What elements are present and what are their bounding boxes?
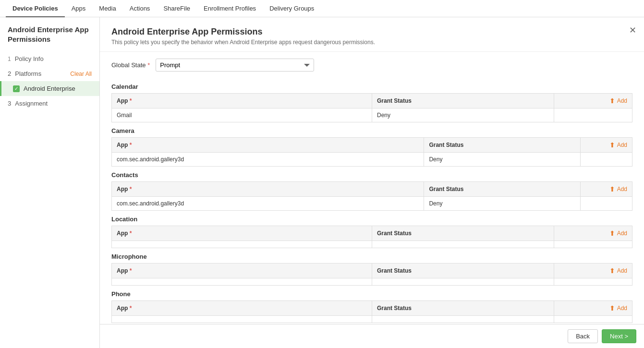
- calendar-table: App * Grant Status ⬆ Add Gmail Deny: [111, 93, 632, 122]
- phone-table: App * Grant Status ⬆ Add: [111, 300, 632, 323]
- add-icon: ⬆: [609, 185, 615, 193]
- camera-col-grant: Grant Status: [424, 138, 580, 153]
- android-enterprise-checkbox[interactable]: ✓: [13, 85, 20, 92]
- required-star: *: [147, 61, 150, 69]
- close-button[interactable]: ✕: [629, 25, 636, 36]
- sidebar-step-3[interactable]: 3 Assignment: [0, 96, 99, 111]
- add-icon: ⬆: [609, 304, 615, 312]
- sidebar-step-1[interactable]: 1 Policy Info: [0, 51, 99, 66]
- contacts-action-cell: [580, 197, 632, 211]
- microphone-col-app: App *: [112, 264, 372, 278]
- table-row: [112, 278, 632, 286]
- camera-col-add: ⬆ Add: [580, 138, 632, 153]
- calendar-add-button[interactable]: ⬆ Add: [609, 97, 627, 105]
- next-button[interactable]: Next >: [602, 329, 636, 343]
- location-add-button[interactable]: ⬆ Add: [609, 229, 627, 237]
- calendar-section-title: Calendar: [111, 83, 632, 90]
- phone-action-cell: [554, 316, 632, 323]
- sidebar: Android Enterprise App Permissions 1 Pol…: [0, 17, 100, 348]
- step-2-num: 2: [8, 70, 11, 77]
- contacts-add-button[interactable]: ⬆ Add: [609, 185, 627, 193]
- calendar-col-app: App *: [112, 94, 372, 108]
- camera-action-cell: [580, 153, 632, 167]
- camera-grant-cell: Deny: [424, 153, 580, 167]
- permission-sections: Calendar App * Grant Status ⬆ Add: [100, 83, 644, 348]
- table-row: Gmail Deny: [112, 108, 632, 122]
- microphone-section-title: Microphone: [111, 253, 632, 260]
- location-app-cell: [112, 241, 372, 248]
- clear-all-link[interactable]: Clear All: [70, 71, 92, 77]
- calendar-app-cell: Gmail: [112, 108, 372, 122]
- nav-enrollment-profiles[interactable]: Enrollment Profiles: [197, 0, 263, 17]
- phone-add-button[interactable]: ⬆ Add: [609, 304, 627, 312]
- add-icon: ⬆: [609, 267, 615, 275]
- table-row: [112, 241, 632, 248]
- android-enterprise-label: Android Enterprise: [24, 85, 75, 92]
- camera-app-cell: com.sec.android.gallery3d: [112, 153, 424, 167]
- global-state-row: Global State * Prompt Grant Deny: [100, 52, 644, 78]
- contacts-col-add: ⬆ Add: [580, 182, 632, 197]
- table-row: [112, 316, 632, 323]
- add-icon: ⬆: [609, 97, 615, 105]
- add-icon: ⬆: [609, 229, 615, 237]
- global-state-label: Global State *: [111, 61, 150, 69]
- phone-col-add: ⬆ Add: [554, 301, 632, 316]
- phone-col-app: App *: [112, 301, 372, 316]
- nav-media[interactable]: Media: [92, 0, 122, 17]
- microphone-add-button[interactable]: ⬆ Add: [609, 267, 627, 275]
- table-row: com.sec.android.gallery3d Deny: [112, 197, 632, 211]
- phone-col-grant: Grant Status: [372, 301, 554, 316]
- microphone-col-grant: Grant Status: [372, 264, 554, 278]
- microphone-col-add: ⬆ Add: [554, 264, 632, 278]
- camera-table: App * Grant Status ⬆ Add com.sec.android…: [111, 137, 632, 167]
- sidebar-title: Android Enterprise App Permissions: [0, 25, 99, 51]
- microphone-app-cell: [112, 278, 372, 286]
- contacts-table: App * Grant Status ⬆ Add com.sec.android…: [111, 181, 632, 211]
- nav-sharefile[interactable]: ShareFile: [157, 0, 197, 17]
- calendar-col-add: ⬆ Add: [554, 94, 632, 108]
- step-1-label: Policy Info: [15, 55, 44, 62]
- location-col-grant: Grant Status: [372, 226, 554, 241]
- phone-section-title: Phone: [111, 290, 632, 298]
- camera-section-title: Camera: [111, 127, 632, 134]
- step-1-num: 1: [8, 56, 11, 62]
- contacts-grant-cell: Deny: [424, 197, 580, 211]
- microphone-table: App * Grant Status ⬆ Add: [111, 263, 632, 286]
- nav-apps[interactable]: Apps: [65, 0, 93, 17]
- sidebar-step-2: 2 Platforms Clear All: [0, 66, 99, 81]
- main-layout: Android Enterprise App Permissions 1 Pol…: [0, 17, 644, 348]
- content-area: Android Enterprise App Permissions This …: [100, 17, 644, 348]
- location-table: App * Grant Status ⬆ Add: [111, 226, 632, 248]
- global-state-select[interactable]: Prompt Grant Deny: [156, 59, 314, 72]
- page-title: Android Enterprise App Permissions: [111, 27, 632, 37]
- camera-add-button[interactable]: ⬆ Add: [609, 141, 627, 149]
- step-3-num: 3: [8, 100, 11, 107]
- location-col-add: ⬆ Add: [554, 226, 632, 241]
- back-button[interactable]: Back: [568, 329, 598, 343]
- phone-app-cell: [112, 316, 372, 323]
- nav-device-policies[interactable]: Device Policies: [6, 0, 65, 17]
- location-grant-cell: [372, 241, 554, 248]
- table-row: com.sec.android.gallery3d Deny: [112, 153, 632, 167]
- contacts-app-cell: com.sec.android.gallery3d: [112, 197, 424, 211]
- step-3-label: Assignment: [15, 100, 48, 107]
- location-action-cell: [554, 241, 632, 248]
- bottom-bar: Back Next >: [100, 324, 644, 348]
- microphone-grant-cell: [372, 278, 554, 286]
- nav-actions[interactable]: Actions: [123, 0, 157, 17]
- contacts-section-title: Contacts: [111, 171, 632, 179]
- content-header: Android Enterprise App Permissions This …: [100, 17, 644, 52]
- page-description: This policy lets you specify the behavio…: [111, 39, 632, 46]
- location-col-app: App *: [112, 226, 372, 241]
- contacts-col-app: App *: [112, 182, 424, 197]
- nav-delivery-groups[interactable]: Delivery Groups: [263, 0, 321, 17]
- contacts-col-grant: Grant Status: [424, 182, 580, 197]
- calendar-col-grant: Grant Status: [372, 94, 554, 108]
- camera-col-app: App *: [112, 138, 424, 153]
- android-enterprise-item[interactable]: ✓ Android Enterprise: [0, 81, 99, 96]
- add-icon: ⬆: [609, 141, 615, 149]
- calendar-grant-cell: Deny: [372, 108, 554, 122]
- phone-grant-cell: [372, 316, 554, 323]
- top-nav: Device Policies Apps Media Actions Share…: [0, 0, 644, 17]
- step-2-label: Platforms: [15, 70, 41, 77]
